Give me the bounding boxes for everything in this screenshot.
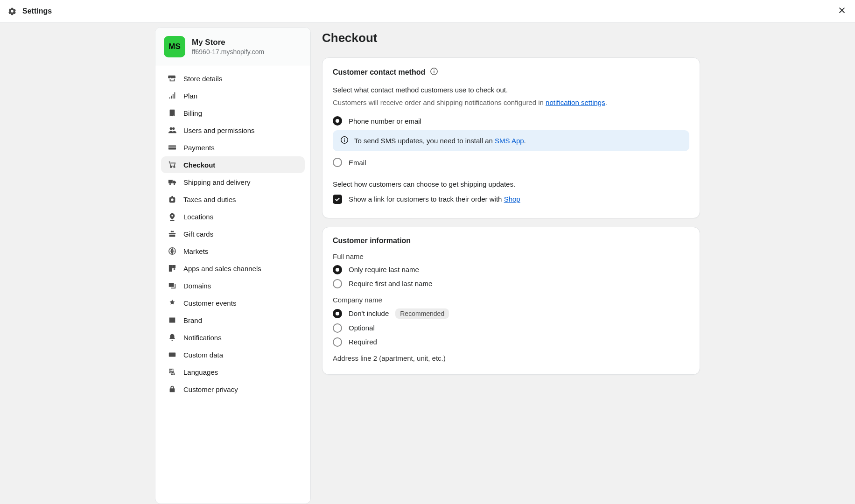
markets-icon (168, 246, 177, 256)
sidebar-item-plan[interactable]: Plan (161, 87, 305, 104)
settings-sidebar: MS My Store ff6960-17.myshopify.com Stor… (155, 27, 311, 504)
languages-icon (168, 367, 177, 377)
sidebar-item-label: Notifications (183, 334, 222, 342)
users-icon (168, 126, 177, 135)
radio-icon (333, 323, 342, 333)
gift-icon (168, 229, 177, 238)
radio-icon (333, 309, 342, 318)
radio-label: Phone number or email (349, 117, 421, 125)
sidebar-item-label: Brand (183, 316, 202, 324)
card-title: Customer information (333, 237, 689, 245)
sidebar-item-customer-privacy[interactable]: Customer privacy (161, 381, 305, 398)
sidebar-item-label: Payments (183, 144, 215, 152)
store-domain: ff6960-17.myshopify.com (192, 48, 264, 56)
plan-icon (168, 91, 177, 100)
sms-banner: To send SMS updates, you need to install… (333, 130, 689, 151)
notification-settings-link[interactable]: notification settings (546, 98, 605, 106)
domains-icon (168, 281, 177, 290)
company-name-label: Company name (333, 296, 689, 304)
info-icon[interactable] (430, 67, 438, 77)
sidebar-item-label: Languages (183, 368, 218, 376)
gear-icon (7, 7, 17, 16)
sidebar-item-label: Gift cards (183, 230, 213, 238)
sidebar-item-gift-cards[interactable]: Gift cards (161, 225, 305, 242)
sidebar-item-label: Checkout (183, 161, 215, 169)
sidebar-item-label: Markets (183, 247, 208, 255)
shipping-updates-lead: Select how customers can choose to get s… (333, 179, 689, 190)
radio-company-optional[interactable]: Optional (333, 323, 689, 333)
radio-label: Don't include (349, 309, 389, 317)
customer-contact-card: Customer contact method Select what cont… (322, 57, 700, 218)
radio-email[interactable]: Email (333, 158, 689, 167)
sidebar-item-checkout[interactable]: Checkout (161, 156, 305, 173)
banner-text: To send SMS updates, you need to install… (354, 137, 526, 145)
sidebar-item-label: Taxes and duties (183, 196, 236, 203)
radio-phone-or-email[interactable]: Phone number or email (333, 116, 689, 126)
topbar: Settings (0, 0, 855, 22)
sidebar-item-users[interactable]: Users and permissions (161, 122, 305, 139)
checkbox-icon (333, 195, 342, 204)
payments-icon (168, 143, 177, 152)
card-title: Customer contact method (333, 68, 425, 77)
sidebar-item-billing[interactable]: Billing (161, 105, 305, 121)
sidebar-item-label: Billing (183, 109, 202, 117)
sidebar-item-shipping[interactable]: Shipping and delivery (161, 174, 305, 190)
sidebar-item-custom-data[interactable]: Custom data (161, 346, 305, 363)
store-name: My Store (192, 38, 264, 47)
sidebar-item-brand[interactable]: Brand (161, 312, 305, 329)
radio-label: Only require last name (349, 266, 419, 273)
radio-last-name-only[interactable]: Only require last name (333, 265, 689, 274)
store-block[interactable]: MS My Store ff6960-17.myshopify.com (155, 28, 310, 65)
sidebar-item-domains[interactable]: Domains (161, 277, 305, 294)
sidebar-item-label: Customer events (183, 299, 236, 307)
sidebar-item-notifications[interactable]: Notifications (161, 329, 305, 346)
sidebar-item-languages[interactable]: Languages (161, 364, 305, 380)
page-title: Checkout (322, 31, 700, 45)
radio-company-dont-include[interactable]: Don't include Recommended (333, 308, 689, 319)
sidebar-item-label: Plan (183, 92, 197, 100)
billing-icon (168, 108, 177, 118)
radio-company-required[interactable]: Required (333, 337, 689, 347)
store-avatar: MS (164, 36, 185, 57)
sidebar-item-label: Domains (183, 282, 211, 290)
address2-label: Address line 2 (apartment, unit, etc.) (333, 354, 689, 362)
events-icon (168, 298, 177, 308)
radio-icon (333, 265, 342, 274)
sidebar-item-label: Apps and sales channels (183, 265, 261, 273)
shop-link[interactable]: Shop (504, 195, 520, 203)
full-name-label: Full name (333, 252, 689, 260)
main-content: Checkout Customer contact method Select … (322, 27, 700, 504)
checkout-icon (168, 160, 177, 169)
sidebar-item-taxes[interactable]: Taxes and duties (161, 191, 305, 208)
radio-icon (333, 158, 342, 167)
radio-icon (333, 279, 342, 288)
shipping-icon (168, 177, 177, 187)
sidebar-item-locations[interactable]: Locations (161, 208, 305, 225)
checkbox-shop-tracking[interactable]: Show a link for customers to track their… (333, 195, 689, 204)
sidebar-item-label: Customer privacy (183, 385, 238, 393)
radio-icon (333, 116, 342, 126)
close-icon (838, 6, 846, 16)
radio-first-last-name[interactable]: Require first and last name (333, 279, 689, 288)
sidebar-item-store-details[interactable]: Store details (161, 70, 305, 87)
close-button[interactable] (836, 6, 848, 17)
radio-label: Require first and last name (349, 280, 432, 287)
radio-label: Required (349, 338, 377, 346)
info-icon (340, 136, 349, 146)
apps-icon (168, 264, 177, 273)
sms-app-link[interactable]: SMS App (495, 137, 524, 145)
recommended-badge: Recommended (395, 308, 449, 319)
bell-icon (168, 333, 177, 342)
sidebar-item-label: Locations (183, 213, 213, 221)
sidebar-item-label: Shipping and delivery (183, 178, 250, 186)
sidebar-item-label: Custom data (183, 351, 223, 359)
sidebar-item-customer-events[interactable]: Customer events (161, 294, 305, 311)
lock-icon (168, 385, 177, 394)
radio-icon (333, 337, 342, 347)
sidebar-item-payments[interactable]: Payments (161, 139, 305, 156)
contact-subtext: Customers will receive order and shippin… (333, 98, 689, 108)
radio-label: Optional (349, 324, 375, 332)
sidebar-item-apps[interactable]: Apps and sales channels (161, 260, 305, 277)
settings-nav: Store details Plan Billing Users and per… (155, 65, 310, 403)
sidebar-item-markets[interactable]: Markets (161, 243, 305, 259)
